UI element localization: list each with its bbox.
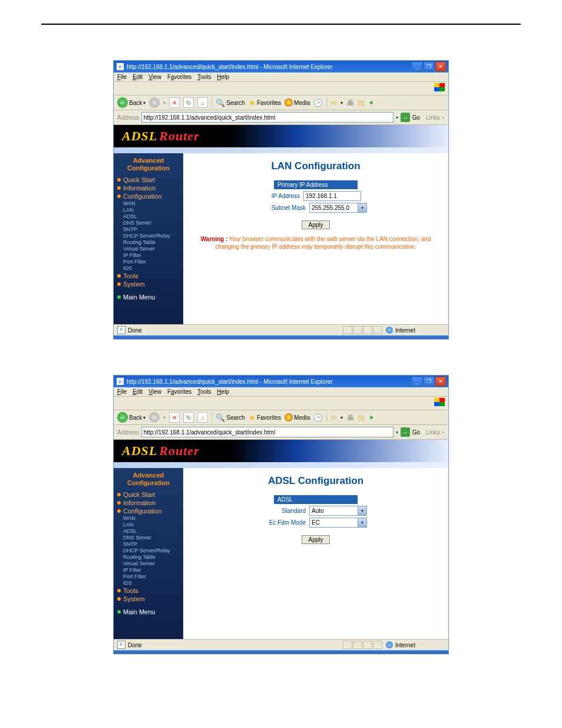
ecfdm-select[interactable] xyxy=(309,518,367,528)
status-bar: eDone Internet xyxy=(114,324,448,335)
sb-portfilter[interactable]: Port Filter xyxy=(114,259,183,265)
sidebar-quickstart[interactable]: Quick Start xyxy=(114,176,183,184)
history-button[interactable]: 🕑 xyxy=(313,413,323,422)
sb-dns[interactable]: DNS Server xyxy=(114,535,183,541)
apply-button[interactable]: Apply xyxy=(302,535,329,544)
sb-dhcp[interactable]: DHCP Server/Relay xyxy=(114,548,183,554)
sidebar-tools[interactable]: Tools xyxy=(114,272,183,280)
home-button[interactable]: ⌂ xyxy=(197,412,208,423)
sb-ids[interactable]: IDS xyxy=(114,265,183,272)
home-button[interactable]: ⌂ xyxy=(197,97,208,108)
sidebar-quickstart[interactable]: Quick Start xyxy=(114,490,183,499)
sidebar-mainmenu[interactable]: Main Menu xyxy=(114,608,183,616)
banner: ADSL Router xyxy=(114,440,448,462)
minimize-button[interactable]: _ xyxy=(412,62,422,71)
sb-adsl[interactable]: ADSL xyxy=(114,213,183,220)
maximize-button[interactable]: ❐ xyxy=(424,62,434,71)
mask-select[interactable] xyxy=(309,203,367,213)
menu-tools[interactable]: Tools xyxy=(197,388,211,395)
messenger-button[interactable]: ✦ xyxy=(368,98,375,107)
messenger-button[interactable]: ✦ xyxy=(368,413,375,422)
menu-favorites[interactable]: Favorites xyxy=(167,74,191,80)
search-button[interactable]: 🔍Search xyxy=(216,413,245,422)
menu-tools[interactable]: Tools xyxy=(197,74,211,80)
sb-ipfilter[interactable]: IP Filter xyxy=(114,567,183,574)
media-button[interactable]: Media xyxy=(285,413,310,421)
sidebar-information[interactable]: Information xyxy=(114,499,183,507)
minimize-button[interactable]: _ xyxy=(412,377,422,386)
refresh-button[interactable]: ↻ xyxy=(183,97,194,108)
stop-button[interactable]: ✕ xyxy=(169,97,180,108)
sb-ipfilter[interactable]: IP Filter xyxy=(114,252,183,259)
window-title: http://192.168.1.1/advanced/quick_start/… xyxy=(127,64,412,70)
menu-help[interactable]: Help xyxy=(217,388,229,395)
sb-wan[interactable]: WAN xyxy=(114,200,183,207)
edit-button[interactable]: ▤ xyxy=(358,413,365,422)
titlebar[interactable]: e http://192.168.1.1/advanced/quick_star… xyxy=(114,61,448,73)
sb-dns[interactable]: DNS Server xyxy=(114,220,183,226)
close-button[interactable]: ✕ xyxy=(435,377,446,386)
sidebar-configuration[interactable]: Configuration xyxy=(114,507,183,515)
sb-adsl[interactable]: ADSL xyxy=(114,528,183,535)
sb-routing[interactable]: Routing Table xyxy=(114,554,183,561)
sidebar-system[interactable]: System xyxy=(114,280,183,288)
back-button[interactable]: ←Back▾ xyxy=(117,97,146,108)
standard-select[interactable] xyxy=(309,506,367,516)
back-button[interactable]: ←Back▾ xyxy=(117,412,146,423)
sb-lan[interactable]: LAN xyxy=(114,207,183,213)
sb-sntp[interactable]: SNTP xyxy=(114,226,183,233)
sb-dhcp[interactable]: DHCP Server/Relay xyxy=(114,233,183,239)
edit-button[interactable]: ▤ xyxy=(358,98,365,107)
print-button[interactable]: 🖶 xyxy=(346,98,354,107)
sidebar-system[interactable]: System xyxy=(114,595,183,603)
history-button[interactable]: 🕑 xyxy=(313,98,323,107)
sidebar-information[interactable]: Information xyxy=(114,184,183,192)
address-input[interactable] xyxy=(141,427,394,437)
menu-view[interactable]: View xyxy=(148,388,161,395)
links-label[interactable]: Links xyxy=(426,429,439,436)
mail-button[interactable]: ✉ xyxy=(330,98,337,107)
menu-edit[interactable]: Edit xyxy=(133,388,143,395)
main-adsl: ADSL Configuration ADSL Standard ▾ Ec Fd… xyxy=(183,468,448,639)
toolbar: ←Back▾ → ▾ ✕ ↻ ⌂ 🔍Search ★Favorites Medi… xyxy=(114,95,448,110)
sb-portfilter[interactable]: Port Filter xyxy=(114,574,183,580)
sb-ids[interactable]: IDS xyxy=(114,580,183,587)
close-button[interactable]: ✕ xyxy=(435,62,446,71)
screenshot-adsl: e http://192.168.1.1/advanced/quick_star… xyxy=(113,375,449,654)
mail-button[interactable]: ✉ xyxy=(330,413,337,422)
sb-sntp[interactable]: SNTP xyxy=(114,541,183,548)
address-input[interactable] xyxy=(141,112,394,123)
menu-edit[interactable]: Edit xyxy=(133,74,143,80)
go-button[interactable]: → xyxy=(401,427,410,437)
sb-vserver[interactable]: Virtual Server xyxy=(114,246,183,252)
menu-favorites[interactable]: Favorites xyxy=(167,388,191,395)
maximize-button[interactable]: ❐ xyxy=(424,377,434,386)
sb-wan[interactable]: WAN xyxy=(114,515,183,522)
media-button[interactable]: Media xyxy=(285,98,310,107)
status-text: Done xyxy=(128,327,142,334)
menu-file[interactable]: File xyxy=(117,388,127,395)
sidebar-tools[interactable]: Tools xyxy=(114,587,183,595)
print-button[interactable]: 🖶 xyxy=(346,413,354,422)
refresh-button[interactable]: ↻ xyxy=(183,412,194,423)
forward-button[interactable]: → xyxy=(149,97,160,108)
favorites-button[interactable]: ★Favorites xyxy=(249,413,281,422)
menubar: File Edit View Favorites Tools Help xyxy=(114,73,448,82)
sb-routing[interactable]: Routing Table xyxy=(114,239,183,246)
links-label[interactable]: Links xyxy=(426,114,439,121)
sb-lan[interactable]: LAN xyxy=(114,522,183,528)
titlebar[interactable]: e http://192.168.1.1/advanced/quick_star… xyxy=(114,375,448,387)
apply-button[interactable]: Apply xyxy=(302,220,329,229)
menu-file[interactable]: File xyxy=(117,74,127,80)
forward-button[interactable]: → xyxy=(149,412,160,423)
menu-view[interactable]: View xyxy=(148,74,161,80)
menu-help[interactable]: Help xyxy=(217,74,229,80)
sb-vserver[interactable]: Virtual Server xyxy=(114,561,183,567)
go-button[interactable]: → xyxy=(401,113,410,122)
sidebar-mainmenu[interactable]: Main Menu xyxy=(114,293,183,301)
favorites-button[interactable]: ★Favorites xyxy=(249,98,281,107)
stop-button[interactable]: ✕ xyxy=(169,412,180,423)
sidebar-configuration[interactable]: Configuration xyxy=(114,192,183,200)
search-button[interactable]: 🔍Search xyxy=(216,98,245,107)
ip-input[interactable] xyxy=(303,191,361,201)
